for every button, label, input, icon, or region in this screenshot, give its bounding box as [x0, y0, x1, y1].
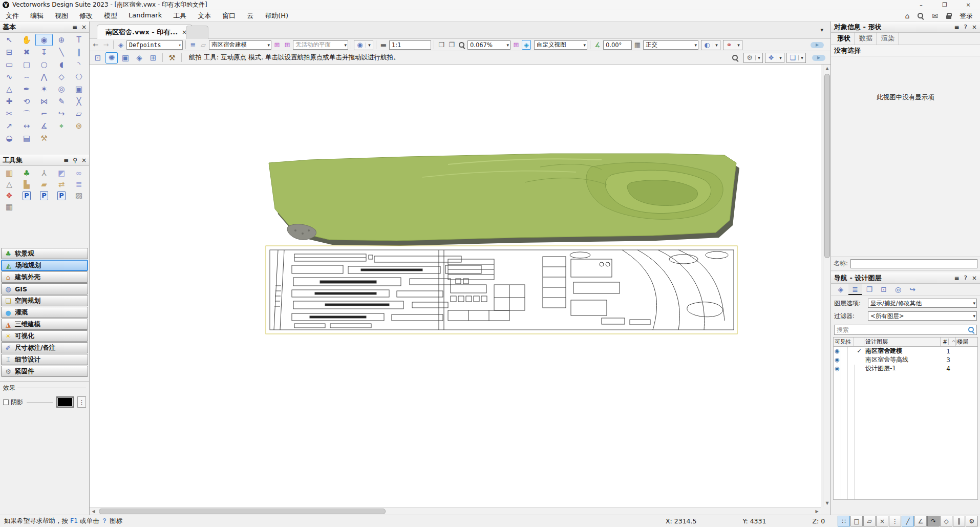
shadow-color-swatch[interactable]	[56, 396, 74, 408]
snap-pause-button[interactable]: ‖	[953, 516, 965, 526]
snap-constrain-button[interactable]: ▱	[863, 516, 876, 526]
clip-cube-tool-button[interactable]: ▣	[70, 83, 88, 95]
plant-tool-button[interactable]: ♣	[18, 167, 35, 179]
regular-polygon-tool-button[interactable]: ⎔	[70, 71, 88, 83]
mode-interactive-origin-button[interactable]: ✺	[105, 52, 118, 64]
active-column-header[interactable]	[854, 338, 864, 346]
login-button[interactable]: 登录	[960, 11, 973, 20]
nav-sheet-layers-icon[interactable]: ❐	[863, 284, 876, 295]
toolset-category-visualization[interactable]: ☀ 可视化	[1, 330, 88, 342]
menu-landmark[interactable]: Landmark	[123, 10, 167, 22]
eraser-tool-button[interactable]: ▱	[70, 108, 88, 120]
name-field[interactable]	[850, 259, 977, 268]
toolbar-overflow-chevron[interactable]: ▶	[811, 42, 824, 48]
lasso-tool-button[interactable]: ∞	[70, 167, 88, 179]
nav-references-icon[interactable]: ↪	[906, 284, 919, 295]
toolset-category-3d-modeling[interactable]: ◮ 三维建模	[1, 319, 88, 330]
visibility-eye-icon[interactable]: ◉	[834, 356, 841, 363]
active-layer-combo[interactable]: 南区宿舍建模 ▾	[209, 40, 271, 50]
stack-layers-tool-button[interactable]: ≣	[70, 179, 88, 190]
push-pull-tool-button[interactable]: ↧	[35, 46, 53, 58]
nav-viewports-icon[interactable]: ⊡	[877, 284, 890, 295]
viewport-grid-button[interactable]: ⊞	[512, 40, 521, 50]
rotate-tool-button[interactable]: ⟲	[18, 95, 35, 108]
layers-icon[interactable]: ≣	[188, 40, 198, 50]
fit-objects-button[interactable]: ❐	[447, 40, 456, 50]
text-tool-button[interactable]: T	[70, 34, 88, 46]
zoom-page-button[interactable]: ❒	[437, 40, 446, 50]
spline-tool-button[interactable]: ◇	[53, 71, 70, 83]
layer-scale-field[interactable]: 1:1	[389, 40, 431, 50]
scroll-left-arrow[interactable]: ◀	[90, 508, 97, 515]
snap-object-button[interactable]: □	[850, 516, 863, 526]
layer-plane-icon[interactable]: ▱	[199, 40, 208, 50]
document-tab[interactable]: 南区宿舍.vwx - 印有... ×	[97, 25, 193, 39]
menu-modify[interactable]: 修改	[74, 10, 98, 22]
dimension-tool-button[interactable]: ↔	[18, 120, 35, 132]
toolset-category-detailing[interactable]: ⌶ 细节设计	[1, 354, 88, 365]
transfer-tool-button[interactable]: ⇄	[53, 179, 70, 190]
layer-row-nanqu-sushe-denggaoxian[interactable]: ◉ 南区宿舍等高线 3	[834, 355, 977, 364]
terrain-3d-model[interactable]	[269, 154, 736, 241]
drawing-canvas[interactable]	[90, 65, 821, 507]
vertical-scrollbar[interactable]: ▲ ▼	[823, 65, 830, 507]
fillet-tool-button[interactable]: ⌒	[18, 108, 35, 120]
tool-preferences-button[interactable]: ⚒	[166, 52, 178, 64]
scroll-up-arrow[interactable]: ▲	[823, 65, 831, 72]
tab-list-chevron-icon[interactable]: ▾	[820, 27, 823, 33]
menu-cloud[interactable]: 云	[241, 10, 259, 22]
account-lock-icon[interactable]	[946, 15, 951, 19]
split-tool-button[interactable]: ╳	[70, 95, 88, 108]
mode-view-diamond-button[interactable]: ◈	[133, 52, 145, 64]
selection-tool-button[interactable]: ↖	[1, 34, 18, 46]
palette-close-icon[interactable]: ×	[81, 157, 87, 163]
palette-help-icon[interactable]: ?	[964, 275, 967, 281]
back-button[interactable]: ←	[91, 40, 100, 50]
mail-icon[interactable]: ✉	[932, 12, 938, 19]
tab-data[interactable]: 数据	[855, 32, 877, 45]
create-viewport-button[interactable]: ⊞	[283, 40, 292, 50]
eyedropper-tool-button[interactable]: ✒	[18, 83, 35, 95]
menu-tools[interactable]: 工具	[167, 10, 192, 22]
attribute-mapping-tool-button[interactable]: ⚒	[35, 132, 53, 144]
palette-close-icon[interactable]: ×	[972, 24, 977, 30]
layer-row-nanqu-sushe-jianmo[interactable]: ◉ ✓ 南区宿舍建模 1	[834, 347, 977, 355]
saved-view-combo[interactable]: 自定义视图 ▾	[534, 40, 587, 50]
roll-tool-button[interactable]: ▤	[18, 132, 35, 144]
filter-combo[interactable]: <所有图层> ▾	[868, 311, 977, 321]
reshape-tool-button[interactable]: ✚	[1, 95, 18, 108]
mode-object-center-button[interactable]: ⊡	[92, 52, 104, 64]
grading-tool-button[interactable]: ▙	[18, 179, 35, 190]
chamfer-tool-button[interactable]: ⌐	[35, 108, 53, 120]
mode-shaded-cube-button[interactable]: ▣	[119, 52, 132, 64]
move-by-points-tool-button[interactable]: ↗	[1, 120, 18, 132]
parking-spaces-tool-button[interactable]: P	[53, 190, 70, 201]
nav-design-layers-icon[interactable]: ≣	[848, 284, 862, 295]
tape-measure-tool-button[interactable]: ⊚	[70, 120, 88, 132]
pen-tool-button[interactable]: ✎	[53, 95, 70, 108]
toolset-category-building-shell[interactable]: ⌂ 建筑外壳	[1, 271, 88, 283]
protractor-tool-button[interactable]: ◒	[1, 132, 18, 144]
toolset-category-space-planning[interactable]: ❏ 空间规划	[1, 295, 88, 306]
toolset-category-softscape[interactable]: ♣ 软景观	[1, 248, 88, 259]
shadow-checkbox[interactable]	[3, 399, 9, 405]
scroll-down-arrow[interactable]: ▼	[823, 499, 831, 507]
maximize-button[interactable]: ❐	[933, 0, 956, 10]
tab-render[interactable]: 渲染	[877, 32, 899, 45]
unified-view-button[interactable]: ▦	[633, 40, 642, 50]
palette-menu-icon[interactable]: ≡	[63, 157, 69, 163]
minimize-button[interactable]: –	[909, 0, 933, 10]
polyline-tool-button[interactable]: ⋀	[35, 71, 53, 83]
rectangle-tool-button[interactable]: ▭	[1, 58, 18, 71]
home-icon[interactable]: ⌂	[905, 12, 909, 19]
visibility-column-header[interactable]: 可见性	[834, 338, 854, 346]
scroll-right-arrow[interactable]: ▶	[813, 508, 821, 515]
snap-angle-button[interactable]: ∠	[914, 516, 927, 526]
view-mode-button[interactable]: ◈	[522, 40, 531, 50]
working-plane-combo[interactable]: 无活动的平面 ▾	[293, 40, 348, 50]
active-plane-menu-button[interactable]: ◉ ▾	[354, 40, 373, 50]
modebar-overflow-chevron[interactable]: ▶	[812, 55, 825, 61]
zoom-percent-combo[interactable]: 0.067% ▾	[467, 40, 510, 50]
arc-tool-button[interactable]: ◝	[70, 58, 88, 71]
projection-combo[interactable]: 正交 ▾	[643, 40, 698, 50]
